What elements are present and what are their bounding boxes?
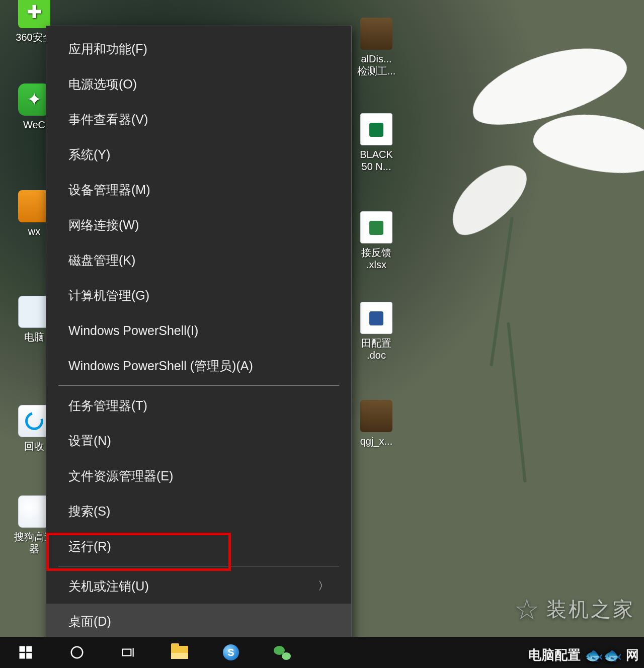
menu-item-label: Windows PowerShell (管理员)(A) bbox=[68, 358, 253, 374]
desktop-icon-rar[interactable]: qgj_x... bbox=[349, 400, 404, 447]
menu-item-event-viewer[interactable]: 事件查看器(V) bbox=[46, 102, 351, 137]
archive-icon bbox=[360, 400, 392, 432]
desktop-icon-crystaldisk[interactable]: alDis... 检测工... bbox=[349, 18, 404, 77]
star-icon: ☆ bbox=[514, 593, 541, 626]
desktop-icon-label: qgj_x... bbox=[349, 435, 404, 447]
menu-item-label: 搜索(S) bbox=[68, 503, 110, 520]
watermark-text: 电脑配置 bbox=[528, 646, 581, 664]
menu-item-shutdown-signout[interactable]: 关机或注销(U) 〉 bbox=[46, 568, 351, 604]
menu-item-search[interactable]: 搜索(S) bbox=[46, 493, 351, 529]
menu-item-label: 运行(R) bbox=[68, 538, 111, 555]
taskbar-sogou-browser[interactable]: S bbox=[205, 637, 257, 668]
taskbar-taskview-button[interactable] bbox=[103, 637, 154, 668]
menu-item-network-connections[interactable]: 网络连接(W) bbox=[46, 207, 351, 242]
chevron-right-icon: 〉 bbox=[318, 578, 329, 594]
menu-item-desktop[interactable]: 桌面(D) bbox=[46, 604, 351, 639]
menu-item-label: 桌面(D) bbox=[68, 613, 111, 630]
wechat-icon bbox=[274, 645, 291, 660]
menu-item-label: 网络连接(W) bbox=[68, 217, 139, 233]
desktop-icon-label: alDis... 检测工... bbox=[349, 53, 404, 77]
windows-logo-icon bbox=[18, 645, 33, 660]
desktop-icon-feedback-xlsx[interactable]: 接反馈 .xlsx bbox=[349, 211, 404, 271]
menu-item-task-manager[interactable]: 任务管理器(T) bbox=[46, 388, 351, 423]
menu-item-label: 设备管理器(M) bbox=[68, 182, 150, 198]
archive-icon bbox=[360, 18, 392, 50]
svg-rect-3 bbox=[26, 653, 32, 658]
desktop-icon-label: 接反馈 .xlsx bbox=[349, 246, 404, 271]
desktop-icon-label: BLACK 50 N... bbox=[349, 148, 404, 173]
taskview-icon bbox=[121, 645, 136, 660]
svg-rect-2 bbox=[20, 653, 25, 658]
folder-icon bbox=[171, 646, 188, 659]
desktop-icon-black-file[interactable]: BLACK 50 N... bbox=[349, 113, 404, 173]
menu-item-label: 系统(Y) bbox=[68, 146, 110, 163]
sogou-icon: S bbox=[223, 644, 239, 660]
menu-item-label: 事件查看器(V) bbox=[68, 111, 148, 128]
menu-item-computer-management[interactable]: 计算机管理(G) bbox=[46, 278, 351, 313]
circle-search-icon bbox=[69, 645, 85, 660]
spreadsheet-icon bbox=[360, 211, 392, 243]
shield-icon: ✚ bbox=[18, 0, 50, 28]
menu-item-label: 关机或注销(U) bbox=[68, 578, 149, 595]
menu-item-label: 电源选项(O) bbox=[68, 76, 137, 93]
menu-item-apps-features[interactable]: 应用和功能(F) bbox=[46, 31, 351, 66]
menu-item-label: 设置(N) bbox=[68, 433, 111, 449]
start-button[interactable] bbox=[0, 637, 51, 668]
menu-item-label: Windows PowerShell(I) bbox=[68, 323, 198, 338]
menu-item-powershell-admin[interactable]: Windows PowerShell (管理员)(A) bbox=[46, 348, 351, 383]
fish-icon: 🐟🐟 bbox=[585, 646, 622, 664]
taskbar-wechat[interactable] bbox=[257, 637, 308, 668]
menu-item-settings[interactable]: 设置(N) bbox=[46, 423, 351, 458]
watermark-brand-2: 电脑配置 🐟🐟 网 bbox=[528, 646, 639, 664]
taskbar-file-explorer[interactable] bbox=[154, 637, 205, 668]
menu-item-power-options[interactable]: 电源选项(O) bbox=[46, 66, 351, 102]
menu-item-file-explorer[interactable]: 文件资源管理器(E) bbox=[46, 458, 351, 493]
taskbar-search-button[interactable] bbox=[51, 637, 103, 668]
watermark-brand-1: ☆ 装机之家 bbox=[514, 593, 635, 626]
menu-item-label: 磁盘管理(K) bbox=[68, 252, 135, 269]
menu-item-label: 应用和功能(F) bbox=[68, 41, 147, 57]
desktop-icon-config-doc[interactable]: 田配置 .doc bbox=[349, 302, 404, 361]
menu-separator bbox=[58, 566, 339, 566]
svg-point-4 bbox=[71, 647, 83, 658]
document-icon bbox=[360, 302, 392, 334]
menu-item-disk-management[interactable]: 磁盘管理(K) bbox=[46, 242, 351, 278]
svg-rect-0 bbox=[20, 646, 25, 652]
menu-item-system[interactable]: 系统(Y) bbox=[46, 137, 351, 172]
menu-item-label: 计算机管理(G) bbox=[68, 287, 149, 304]
watermark-text: 装机之家 bbox=[546, 596, 635, 623]
svg-rect-5 bbox=[122, 649, 131, 656]
menu-item-powershell[interactable]: Windows PowerShell(I) bbox=[46, 313, 351, 348]
svg-rect-1 bbox=[26, 646, 32, 652]
winx-context-menu: 应用和功能(F) 电源选项(O) 事件查看器(V) 系统(Y) 设备管理器(M)… bbox=[46, 26, 352, 657]
menu-item-label: 文件资源管理器(E) bbox=[68, 468, 173, 484]
menu-separator bbox=[58, 385, 339, 386]
watermark-text: 网 bbox=[626, 646, 639, 664]
menu-item-device-manager[interactable]: 设备管理器(M) bbox=[46, 172, 351, 207]
spreadsheet-icon bbox=[360, 113, 392, 145]
desktop-icon-label: 田配置 .doc bbox=[349, 337, 404, 361]
menu-item-label: 任务管理器(T) bbox=[68, 397, 147, 414]
menu-item-run[interactable]: 运行(R) bbox=[46, 529, 351, 564]
